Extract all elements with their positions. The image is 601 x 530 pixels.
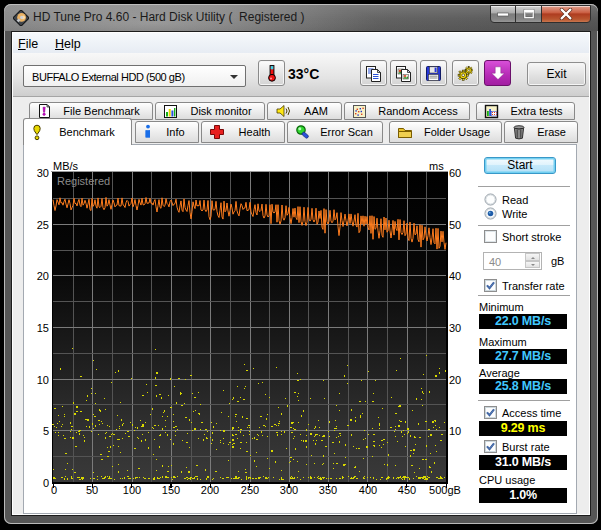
svg-text:Registered: Registered [57,175,110,187]
